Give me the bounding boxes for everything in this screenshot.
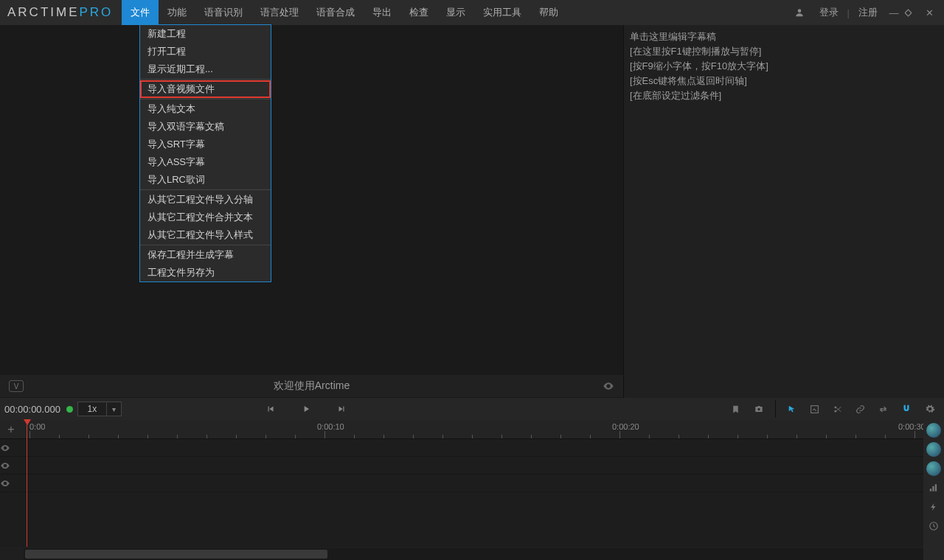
next-button[interactable] (336, 404, 347, 414)
dropdown-sep (140, 245, 271, 245)
camera-icon[interactable] (754, 404, 764, 414)
menu-import-lrc[interactable]: 导入LRC歌词 (140, 171, 271, 189)
dropdown-sep (140, 79, 271, 80)
menu-display[interactable]: 显示 (437, 0, 474, 25)
file-dropdown: 新建工程 打开工程 显示近期工程... 导入音视频文件 导入纯文本 导入双语字幕… (139, 24, 271, 282)
menu-speech-recog[interactable]: 语音识别 (195, 0, 251, 25)
eye-icon[interactable] (0, 461, 22, 471)
video-preview[interactable] (0, 25, 623, 375)
swap-icon[interactable] (878, 405, 888, 414)
v-badge[interactable]: V (9, 380, 24, 392)
play-button[interactable] (301, 404, 311, 414)
clock-icon[interactable] (926, 519, 941, 533)
speed-value[interactable]: 1x (77, 402, 107, 416)
bolt-icon[interactable] (926, 500, 941, 514)
menu-help[interactable]: 帮助 (530, 0, 567, 25)
menu-file[interactable]: 文件 (122, 0, 159, 25)
tick-label: 0:00:10 (317, 422, 344, 431)
timecode: 00:00:00.000 (4, 404, 60, 415)
minimize-button[interactable]: — (886, 7, 901, 18)
timeline-ruler[interactable]: + 0:00 0:00:10 0:00:20 0:00:30 (0, 420, 923, 439)
close-button[interactable]: ✕ (922, 7, 937, 18)
login-link[interactable]: 登录 (813, 6, 844, 19)
tracks[interactable] (0, 439, 923, 547)
tick-label: 0:00:20 (612, 422, 639, 431)
menubar: ARCTIMEPRO 文件 功能 语音识别 语言处理 语音合成 导出 检查 显示… (0, 0, 944, 25)
menu-function[interactable]: 功能 (159, 0, 195, 25)
scrollbar-thumb[interactable] (25, 550, 327, 559)
link-icon[interactable] (856, 405, 865, 414)
menu-open-project[interactable]: 打开工程 (140, 43, 271, 60)
menu-import-srt[interactable]: 导入SRT字幕 (140, 136, 271, 153)
track-row[interactable] (0, 457, 923, 475)
menu-import-axis[interactable]: 从其它工程文件导入分轴 (140, 191, 271, 209)
gear-icon[interactable] (925, 404, 935, 414)
vtool-sphere-3[interactable] (926, 461, 941, 476)
user-icon[interactable] (788, 7, 811, 18)
add-track-button[interactable]: + (4, 423, 18, 436)
vtool-sphere-1[interactable] (926, 423, 941, 438)
tick-label: 0:00:30 (898, 422, 926, 431)
track-row[interactable] (0, 439, 923, 457)
maximize-button[interactable] (904, 9, 919, 17)
draft-line: [在这里按F1键控制播放与暂停] (630, 44, 938, 59)
dropdown-sep (140, 99, 271, 99)
welcome-text: 欢迎使用Arctime (274, 379, 350, 393)
register-link[interactable]: 注册 (853, 6, 884, 19)
menu-recent[interactable]: 显示近期工程... (140, 60, 271, 78)
transport-tools (731, 400, 944, 418)
eye-icon[interactable] (603, 380, 614, 392)
menu-tools[interactable]: 实用工具 (474, 0, 530, 25)
draft-line: [按F9缩小字体，按F10放大字体] (630, 59, 938, 74)
svg-point-0 (797, 9, 801, 13)
magnet-icon[interactable] (901, 404, 912, 414)
draft-line: [在底部设定过滤条件] (630, 88, 938, 103)
dropdown-sep (140, 189, 271, 190)
logo-suffix: PRO (80, 5, 114, 19)
menu-new-project[interactable]: 新建工程 (140, 25, 271, 43)
menu-import-ass[interactable]: 导入ASS字幕 (140, 153, 271, 171)
play-controls (266, 404, 347, 414)
prev-button[interactable] (266, 404, 276, 414)
track-row[interactable] (0, 475, 923, 492)
menu-speech-synth[interactable]: 语音合成 (308, 0, 364, 25)
sep: | (847, 7, 850, 18)
menu-import-style[interactable]: 从其它工程文件导入样式 (140, 226, 271, 244)
playhead[interactable] (27, 420, 27, 547)
vtool-sphere-2[interactable] (926, 442, 941, 457)
status-dot (66, 406, 73, 413)
timeline-scrollbar[interactable] (24, 548, 923, 560)
scissors-icon[interactable] (833, 405, 842, 414)
edit-box-icon[interactable] (810, 405, 819, 414)
draft-line: 单击这里编辑字幕稿 (630, 29, 938, 44)
menu-export[interactable]: 导出 (364, 0, 400, 25)
menu-save-as[interactable]: 工程文件另存为 (140, 264, 271, 281)
menu-items: 文件 功能 语音识别 语言处理 语音合成 导出 检查 显示 实用工具 帮助 (122, 0, 567, 25)
menu-import-media[interactable]: 导入音视频文件 (140, 80, 271, 98)
menubar-right: 登录 | 注册 — ✕ (788, 6, 944, 19)
menu-import-bilingual[interactable]: 导入双语字幕文稿 (140, 118, 271, 136)
timeline: + 0:00 0:00:10 0:00:20 0:00:30 (0, 420, 923, 560)
svg-point-1 (757, 408, 760, 411)
waveform-icon[interactable] (926, 480, 941, 495)
bookmark-icon[interactable] (731, 405, 740, 414)
eye-icon[interactable] (0, 443, 22, 453)
app-logo: ARCTIMEPRO (7, 5, 113, 20)
menu-save-generate[interactable]: 保存工程并生成字幕 (140, 246, 271, 264)
draft-line: [按Esc键将焦点返回时间轴] (630, 74, 938, 88)
menu-check[interactable]: 检查 (400, 0, 437, 25)
speed-dropdown[interactable]: ▾ (107, 402, 122, 416)
divider (775, 400, 776, 418)
menu-import-text[interactable]: 导入纯文本 (140, 100, 271, 118)
vertical-toolbar (923, 420, 944, 560)
eye-icon[interactable] (0, 478, 22, 489)
menu-language[interactable]: 语言处理 (251, 0, 308, 25)
pointer-icon[interactable] (787, 405, 796, 414)
transport-bar: 00:00:00.000 1x ▾ (0, 398, 944, 420)
logo-main: ARCTIME (7, 5, 80, 19)
menu-merge-text[interactable]: 从其它工程文件合并文本 (140, 209, 271, 226)
video-footer: V 欢迎使用Arctime (0, 375, 623, 397)
tick-label: 0:00 (30, 422, 45, 431)
